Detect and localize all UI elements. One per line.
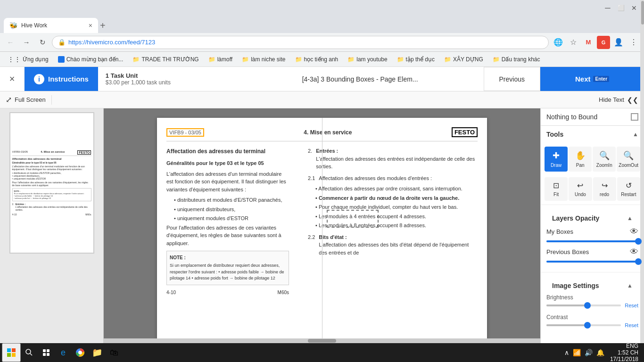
brightness-slider-thumb[interactable] — [584, 302, 591, 309]
network-icon[interactable]: 📶 — [573, 349, 581, 356]
brightness-slider[interactable] — [546, 304, 621, 306]
prev-boxes-slider-thumb[interactable] — [635, 258, 642, 265]
profile-icon[interactable]: 👤 — [612, 36, 625, 49]
my-boxes-slider-fill — [546, 240, 638, 242]
bounding-box-overlay[interactable] — [327, 210, 379, 228]
pan-tool-button[interactable]: ✋ Pan — [569, 147, 592, 172]
prev-boxes-slider[interactable] — [546, 261, 638, 263]
taskbar-task-view-icon[interactable] — [38, 344, 55, 361]
contrast-slider-fill — [546, 324, 587, 326]
fit-button[interactable]: ⊡ Fit — [545, 177, 568, 201]
bookmark-sport[interactable]: 📁 tập thể dục — [393, 55, 438, 64]
nothing-bound-label: Nothing to Bound — [546, 113, 597, 121]
my-boxes-row: My Boxes 👁 — [546, 227, 638, 237]
redo-button[interactable]: ↪ redo — [593, 177, 616, 201]
taskbar-ie-icon[interactable]: e — [55, 344, 72, 361]
system-icons: ∧ 📶 🔊 🔔 — [564, 349, 604, 356]
task-close-button[interactable]: × — [0, 67, 25, 91]
browser-tab[interactable]: 🐝 Hive Work × — [4, 18, 98, 33]
bookmark-youtube[interactable]: 📁 lam youtube — [344, 55, 391, 64]
contrast-slider[interactable] — [546, 324, 621, 326]
contrast-row: Contrast Reset — [546, 314, 638, 328]
minimize-button[interactable]: ─ — [602, 2, 614, 14]
svg-line-5 — [30, 354, 32, 355]
bookmark-others[interactable]: 📁 Dấu trang khác — [489, 55, 544, 64]
tools-section-header[interactable]: Tools ▲ — [541, 126, 644, 143]
refresh-button[interactable]: ↻ — [36, 36, 49, 49]
draw-tool-button[interactable]: ✚ Draw — [545, 147, 568, 172]
hide-text-button[interactable]: Hide Text ❮❮ — [599, 96, 638, 104]
new-tab-button[interactable]: + — [100, 18, 106, 33]
nothing-to-bound-checkbox[interactable] — [631, 113, 638, 121]
brightness-reset-button[interactable]: Reset — [625, 303, 638, 308]
my-boxes-slider-thumb[interactable] — [635, 238, 642, 245]
svg-point-11 — [78, 351, 82, 354]
redo-icon: ↪ — [602, 181, 608, 190]
contrast-label: Contrast — [546, 314, 638, 321]
fullscreen-icon: ⤢ — [6, 95, 12, 104]
translate-icon[interactable]: 🌐 — [552, 36, 565, 49]
next-button[interactable]: Next Enter — [540, 67, 644, 91]
task-title: 1 Task Unit — [106, 72, 229, 79]
notification-icon[interactable]: 🔔 — [596, 349, 604, 356]
fullscreen-button[interactable]: ⤢ Full Screen — [6, 95, 46, 104]
address-bar[interactable]: 🔒 https://hivemicro.com/feed/7123 — [52, 36, 549, 49]
zoomout-tool-button[interactable]: 🔍 ZoomOut — [617, 147, 640, 172]
contrast-slider-thumb[interactable] — [584, 322, 591, 329]
image-settings-section: Image Settings ▲ Brightness Reset Contra… — [541, 272, 644, 338]
chevron-up-icon[interactable]: ∧ — [564, 349, 569, 356]
layers-title: Layers Opacity — [552, 214, 599, 222]
h-scrollbar[interactable] — [104, 338, 540, 343]
tab-close-icon[interactable]: × — [89, 22, 92, 29]
previous-button[interactable]: Previous — [484, 67, 540, 91]
restart-button[interactable]: ↺ Restart — [617, 177, 640, 201]
tools-title: Tools — [546, 131, 563, 138]
bookmark-trade[interactable]: 📁 TRADE THI TRƯỜNG — [129, 55, 202, 64]
my-boxes-slider[interactable] — [546, 240, 638, 242]
svg-rect-3 — [12, 353, 16, 357]
taskbar-file-explorer-icon[interactable]: 📁 — [89, 344, 106, 361]
undo-button[interactable]: ↩ Undo — [569, 177, 592, 201]
contrast-reset-button[interactable]: Reset — [625, 322, 638, 328]
close-window-button[interactable]: ✕ — [628, 2, 640, 14]
img-settings-header[interactable]: Image Settings ▲ — [546, 277, 638, 294]
prev-boxes-eye-icon[interactable]: 👁 — [630, 247, 638, 257]
forward-button[interactable]: → — [20, 36, 33, 49]
bookmark-xay-dung[interactable]: 📁 XÂY DỰNG — [440, 55, 487, 64]
svg-rect-0 — [7, 348, 11, 352]
instructions-button[interactable]: i Instructions — [25, 67, 98, 91]
bookmark-lamoff[interactable]: 📁 làmoff — [205, 55, 236, 64]
right-panel: Nothing to Bound Tools ▲ ✚ Draw ✋ Pan — [540, 108, 644, 362]
star-icon[interactable]: ☆ — [567, 36, 580, 49]
brightness-row: Brightness Reset — [546, 294, 638, 308]
bookmark-tieng-anh[interactable]: 📁 học tiếng anh — [291, 55, 342, 64]
h-scroll-thumb[interactable] — [308, 339, 336, 343]
zoomin-tool-button[interactable]: 🔍 ZoomIn — [593, 147, 616, 172]
start-button[interactable] — [2, 343, 21, 362]
layers-section-header[interactable]: Layers Opacity ▲ — [546, 210, 638, 227]
page-divider — [322, 118, 322, 354]
prev-boxes-slider-fill — [546, 261, 638, 263]
restore-button[interactable]: ⬜ — [615, 2, 627, 14]
my-boxes-eye-icon[interactable]: 👁 — [630, 227, 638, 237]
bookmark-niche[interactable]: 📁 làm niche site — [238, 55, 289, 64]
doc-bullet1: • distributeurs et modules d'E/STOR pana… — [174, 196, 289, 204]
bookmark-facebook[interactable]: Chào mừng bạn đến... — [54, 55, 127, 64]
taskbar-chrome-icon[interactable] — [72, 344, 89, 361]
back-button[interactable]: ← — [4, 36, 17, 49]
gmail-icon[interactable]: M — [582, 36, 595, 49]
document-area[interactable]: VIFB9 - 03/05 4. Mise en service FESTO A… — [104, 108, 540, 362]
menu-icon[interactable]: ⋮ — [627, 36, 640, 49]
fit-icon: ⊡ — [553, 181, 559, 190]
taskbar-store-icon[interactable]: 🛍 — [106, 344, 123, 361]
thumbnail-image[interactable]: VIFB9-03/05 4. Mise en service FESTO Aff… — [9, 112, 94, 254]
doc-para1: L'affectation des adresses d'un terminal… — [166, 170, 289, 194]
image-settings-title: Image Settings — [552, 282, 599, 289]
clock-area[interactable]: ENG 1:52 CH 17/11/2018 — [610, 343, 638, 362]
bookmark-apps[interactable]: ⋮⋮ Ứng dụng — [4, 54, 52, 65]
taskbar-search-icon[interactable] — [21, 344, 38, 361]
doc-note-box: NOTE : Si un emplacement de distributeur… — [166, 251, 289, 285]
volume-icon[interactable]: 🔊 — [585, 349, 593, 356]
thumbnail-panel: VIFB9-03/05 4. Mise en service FESTO Aff… — [0, 108, 104, 362]
extension-icon[interactable]: G — [597, 36, 610, 49]
